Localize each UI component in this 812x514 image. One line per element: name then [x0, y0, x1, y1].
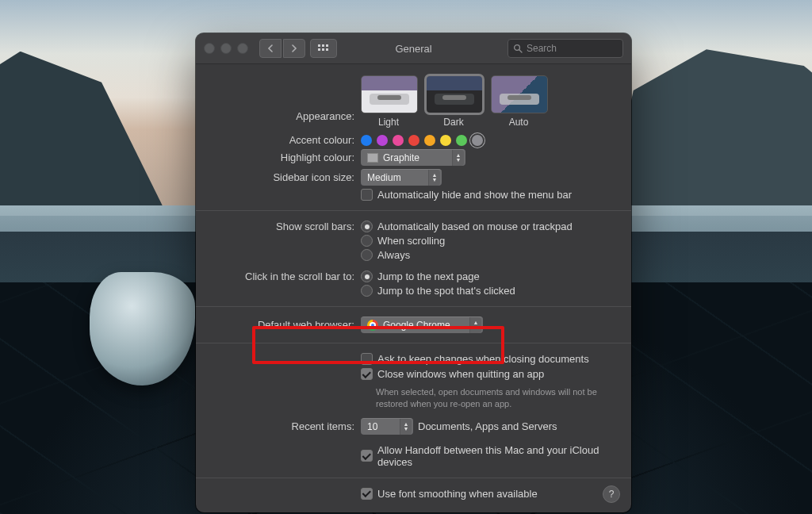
traffic-lights	[204, 43, 248, 54]
scrollbars-radio-auto[interactable]	[361, 221, 373, 232]
click-scroll-label: Click in the scroll bar to:	[196, 270, 361, 282]
sidebar-size-select[interactable]: Medium ▲▼	[361, 169, 442, 186]
accent-label: Accent colour:	[196, 134, 361, 146]
recent-items-select[interactable]: 10 ▲▼	[361, 418, 413, 435]
stepper-icon: ▲▼	[452, 150, 464, 166]
scrollbars-label: Show scroll bars:	[196, 221, 361, 232]
scrollbars-radio-always[interactable]	[361, 249, 373, 261]
accent-dot-graphite[interactable]	[472, 135, 483, 146]
titlebar: General Search	[196, 33, 631, 64]
click-scroll-radio-page[interactable]	[361, 270, 373, 282]
appearance-label: Appearance:	[196, 75, 361, 122]
appearance-option-light[interactable]: Light	[361, 75, 416, 128]
ask-changes-checkbox[interactable]	[361, 353, 373, 365]
svg-rect-0	[318, 44, 320, 47]
svg-rect-5	[326, 48, 328, 51]
close-icon[interactable]	[204, 43, 215, 54]
recent-items-label: Recent items:	[196, 420, 361, 432]
recent-items-suffix: Documents, Apps and Servers	[418, 420, 557, 432]
show-all-button[interactable]	[310, 39, 337, 58]
close-windows-help: When selected, open documents and window…	[361, 385, 622, 410]
stepper-icon: ▲▼	[400, 419, 412, 435]
default-browser-label: Default web browser:	[196, 319, 361, 331]
font-smoothing-label: Use font smoothing when available	[377, 488, 538, 500]
menubar-autohide-checkbox[interactable]	[361, 189, 373, 201]
accent-dot-orange[interactable]	[424, 135, 435, 146]
nav-buttons	[259, 39, 305, 58]
chrome-icon	[367, 320, 378, 331]
accent-dot-yellow[interactable]	[440, 135, 451, 146]
forward-button[interactable]	[283, 39, 305, 58]
chevron-left-icon	[267, 44, 274, 52]
chevron-right-icon	[291, 44, 297, 52]
svg-rect-2	[326, 44, 328, 47]
search-placeholder: Search	[527, 43, 557, 54]
accent-dot-pink[interactable]	[393, 135, 404, 146]
accent-dot-green[interactable]	[456, 135, 467, 146]
zoom-icon[interactable]	[237, 43, 248, 54]
close-windows-checkbox[interactable]	[361, 368, 373, 380]
highlight-label: Highlight colour:	[196, 152, 361, 163]
highlight-colour-select[interactable]: Graphite ▲▼	[361, 149, 465, 166]
search-input[interactable]: Search	[508, 39, 623, 58]
swatch-icon	[367, 153, 378, 163]
scrollbars-radio-scrolling[interactable]	[361, 235, 373, 247]
accent-dot-red[interactable]	[408, 135, 419, 146]
stepper-icon: ▲▼	[428, 170, 440, 186]
handoff-label: Allow Handoff between this Mac and your …	[377, 444, 631, 468]
accent-dot-purple[interactable]	[377, 135, 388, 146]
minimize-icon[interactable]	[220, 43, 232, 54]
ask-changes-label: Ask to keep changes when closing documen…	[377, 353, 589, 365]
svg-rect-1	[322, 44, 324, 47]
appearance-option-dark[interactable]: Dark	[426, 75, 481, 128]
grid-icon	[318, 44, 329, 52]
handoff-checkbox[interactable]	[361, 450, 373, 462]
back-button[interactable]	[259, 39, 282, 58]
accent-dot-blue[interactable]	[361, 135, 372, 146]
font-smoothing-checkbox[interactable]	[361, 488, 373, 500]
close-windows-label: Close windows when quitting an app	[377, 368, 544, 380]
appearance-option-auto[interactable]: Auto	[491, 75, 546, 128]
sidebar-size-label: Sidebar icon size:	[196, 171, 361, 183]
search-icon	[513, 44, 523, 53]
accent-colour-picker	[361, 135, 483, 146]
svg-rect-3	[318, 48, 320, 51]
stepper-icon: ▲▼	[469, 317, 481, 333]
svg-line-7	[519, 50, 522, 52]
system-preferences-window: General Search Appearance: Light Dark Au…	[196, 33, 631, 512]
help-button[interactable]: ?	[603, 485, 620, 503]
prefpane-content: Appearance: Light Dark Auto Accent colou…	[196, 64, 631, 512]
svg-rect-4	[322, 48, 324, 51]
click-scroll-radio-spot[interactable]	[361, 285, 373, 297]
menubar-autohide-label: Automatically hide and show the menu bar	[377, 189, 572, 201]
default-browser-select[interactable]: Google Chrome ▲▼	[361, 316, 483, 333]
